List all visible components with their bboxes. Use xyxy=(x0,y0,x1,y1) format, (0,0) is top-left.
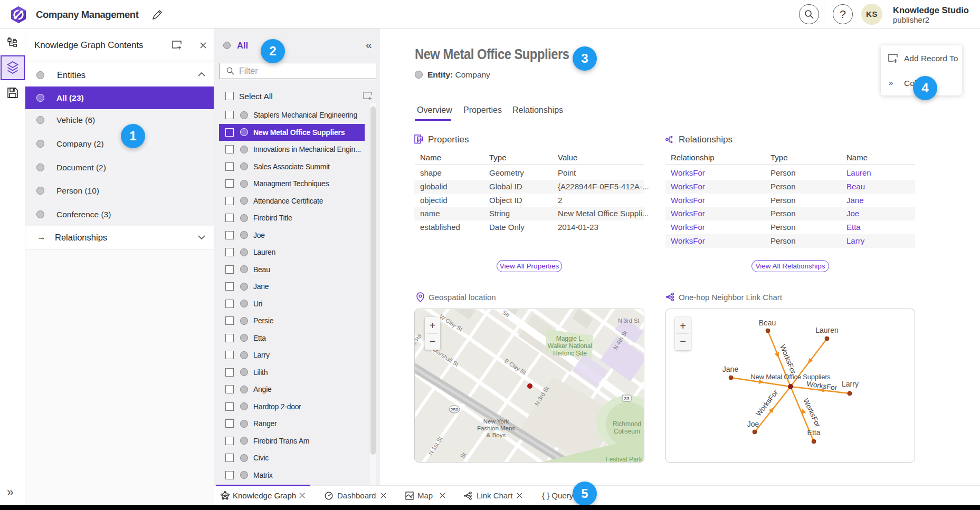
svg-text:Fashion Mens: Fashion Mens xyxy=(477,425,515,431)
svg-text:N 3rd St: N 3rd St xyxy=(618,317,639,324)
svg-text:Richmond: Richmond xyxy=(613,420,641,428)
svg-text:& Boys: & Boys xyxy=(487,432,506,438)
svg-text:Beau: Beau xyxy=(759,319,776,327)
svg-text:Maggie L.: Maggie L. xyxy=(556,335,584,342)
svg-text:Larry: Larry xyxy=(842,380,859,388)
svg-text:Festival Park: Festival Park xyxy=(605,456,642,462)
svg-text:New York: New York xyxy=(483,418,509,425)
svg-text:33: 33 xyxy=(624,396,629,401)
svg-text:WorksFor: WorksFor xyxy=(755,388,780,418)
svg-text:Lauren: Lauren xyxy=(815,326,839,334)
svg-text:Joe: Joe xyxy=(747,420,759,428)
svg-text:WorksFor: WorksFor xyxy=(778,344,797,376)
svg-text:New Metal Office Suppliers: New Metal Office Suppliers xyxy=(750,373,831,381)
svg-text:Walker National: Walker National xyxy=(548,342,592,350)
svg-text:250: 250 xyxy=(450,407,458,412)
svg-text:Coliseum: Coliseum xyxy=(614,428,640,435)
svg-text:Etta: Etta xyxy=(807,428,821,437)
svg-text:Jane: Jane xyxy=(722,365,739,373)
svg-text:Historic Site: Historic Site xyxy=(553,350,587,357)
